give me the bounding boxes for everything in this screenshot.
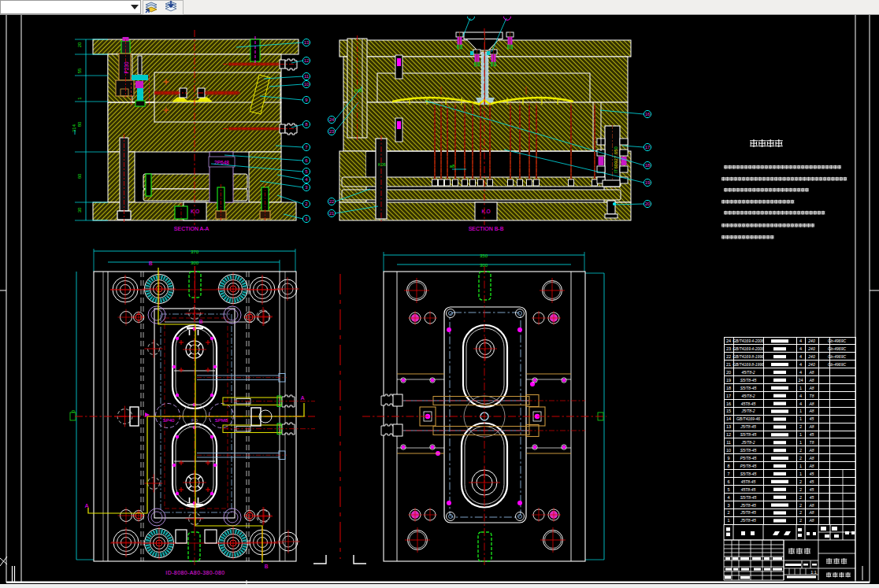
svg-text:55: 55 (77, 68, 82, 73)
svg-text:300: 300 (191, 261, 199, 265)
svg-text:GB/T4169.4-2006: GB/T4169.4-2006 (732, 346, 764, 351)
svg-text:1:1: 1:1 (810, 570, 817, 575)
svg-text:12: 12 (304, 58, 310, 63)
svg-text:A: A (85, 503, 89, 508)
svg-text:20: 20 (726, 370, 731, 375)
svg-text:240: 240 (807, 362, 815, 367)
svg-text:K06: K06 (378, 162, 386, 167)
svg-text:A8: A8 (808, 370, 814, 375)
svg-text:Gb-4969C: Gb-4969C (828, 362, 846, 367)
svg-text:4: 4 (727, 495, 729, 500)
svg-text:45/T8-2: 45/T8-2 (741, 370, 755, 375)
svg-text:2: 2 (799, 518, 802, 523)
svg-text:K06: K06 (354, 88, 362, 93)
svg-text:5: 5 (727, 487, 729, 492)
svg-text:2: 2 (799, 456, 802, 460)
svg-text:Gb-4969C: Gb-4969C (828, 338, 846, 343)
svg-text:24: 24 (329, 117, 335, 122)
svg-text:1: 1 (799, 464, 802, 468)
svg-text:J5/T8-45: J5/T8-45 (740, 503, 756, 508)
svg-text:22: 22 (726, 354, 731, 359)
svg-text:1: 1 (799, 472, 802, 476)
svg-text:1: 1 (799, 409, 802, 413)
svg-text:15: 15 (726, 409, 731, 413)
svg-text:A8: A8 (808, 456, 814, 460)
svg-text:A8: A8 (808, 510, 814, 515)
svg-text:2: 2 (799, 495, 802, 500)
svg-text:SECTION A-A: SECTION A-A (174, 226, 210, 231)
svg-text:11: 11 (726, 440, 731, 445)
svg-text:45: 45 (810, 487, 814, 492)
svg-text:A8: A8 (808, 464, 814, 468)
svg-text:A8: A8 (808, 503, 814, 508)
svg-text:45: 45 (810, 416, 814, 421)
svg-text:19: 19 (645, 180, 651, 185)
svg-text:314: 314 (72, 124, 76, 132)
svg-text:240: 240 (807, 354, 815, 359)
svg-text:18: 18 (645, 163, 651, 168)
svg-text:10: 10 (304, 82, 310, 87)
svg-text:4: 4 (799, 354, 802, 359)
svg-text:P5/T8-45: P5/T8-45 (740, 456, 757, 460)
svg-text:240: 240 (807, 346, 815, 351)
svg-text:22: 22 (329, 199, 335, 204)
svg-text:A8: A8 (808, 409, 814, 413)
svg-text:20: 20 (645, 202, 651, 206)
svg-text:19: 19 (726, 378, 731, 383)
svg-text:9: 9 (727, 456, 729, 460)
svg-text:B: B (149, 261, 153, 266)
svg-text:A: A (301, 395, 305, 401)
svg-text:350: 350 (480, 253, 488, 258)
svg-text:A8: A8 (808, 401, 814, 406)
svg-text:S5/T8-45: S5/T8-45 (740, 472, 757, 476)
svg-text:GB/T4169.4-2006: GB/T4169.4-2006 (732, 338, 764, 343)
svg-text:11: 11 (304, 74, 310, 79)
svg-text:300: 300 (480, 263, 488, 268)
svg-text:2: 2 (799, 503, 802, 508)
svg-text:1: 1 (799, 440, 802, 445)
svg-text:4: 4 (799, 338, 802, 343)
svg-text:A8: A8 (808, 518, 814, 523)
svg-text:45: 45 (810, 495, 814, 500)
svg-text:J5/T8-2: J5/T8-2 (741, 409, 755, 413)
svg-text:B: B (265, 564, 269, 569)
svg-text:10: 10 (726, 448, 731, 453)
svg-text:45T8-45: 45T8-45 (741, 401, 756, 406)
svg-text:2: 2 (799, 424, 802, 429)
svg-text:13: 13 (304, 40, 310, 45)
svg-text:17: 17 (645, 145, 651, 150)
svg-text:S5/T8-45: S5/T8-45 (740, 495, 757, 500)
svg-text:21: 21 (329, 211, 335, 216)
svg-text:1: 1 (799, 386, 802, 390)
svg-text:K.O: K.O (481, 209, 490, 214)
svg-text:80: 80 (77, 121, 82, 127)
svg-text:SECTION B-B: SECTION B-B (469, 226, 504, 231)
svg-text:7: 7 (727, 472, 729, 476)
svg-text:17: 17 (726, 394, 731, 398)
svg-text:23: 23 (726, 346, 731, 351)
svg-text:S5/T8-45: S5/T8-45 (740, 386, 757, 390)
svg-text:4: 4 (799, 394, 802, 398)
svg-text:2: 2 (799, 448, 802, 453)
svg-text:45T8-45: 45T8-45 (741, 479, 756, 484)
svg-text:8: 8 (727, 464, 729, 468)
svg-text:T8: T8 (810, 440, 814, 445)
svg-text:A8: A8 (808, 424, 814, 429)
svg-text:SPM8: SPM8 (215, 418, 228, 423)
svg-text:P230: P230 (124, 61, 129, 74)
svg-text:1: 1 (799, 432, 802, 437)
svg-text:45: 45 (810, 472, 814, 476)
svg-text:A8: A8 (808, 386, 814, 390)
svg-text:ID-8080-A80-380-080: ID-8080-A80-380-080 (165, 570, 224, 575)
svg-text:45T8-45: 45T8-45 (741, 487, 756, 492)
svg-text:J5/T8-45: J5/T8-45 (740, 518, 756, 523)
svg-text:45: 45 (810, 432, 814, 437)
svg-text:J5/T8-45: J5/T8-45 (740, 424, 756, 429)
svg-text:16: 16 (645, 112, 651, 116)
svg-text:14: 14 (726, 416, 731, 421)
svg-text:J5/T8-2: J5/T8-2 (741, 440, 755, 445)
svg-text:18: 18 (726, 386, 731, 390)
svg-text:a8: a8 (450, 164, 455, 168)
svg-text:GB/T4169-46: GB/T4169-46 (736, 416, 760, 421)
svg-text:J5/T8-45: J5/T8-45 (740, 510, 756, 515)
